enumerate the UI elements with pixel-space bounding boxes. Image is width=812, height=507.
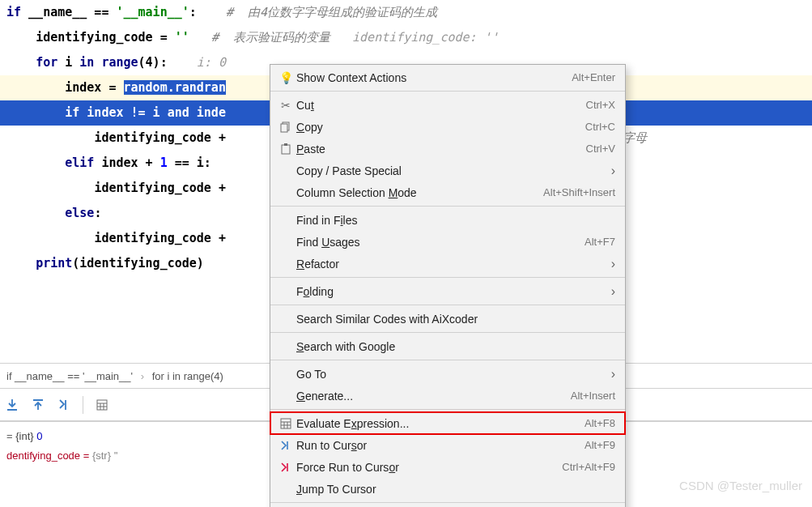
menu-go-to[interactable]: Go To bbox=[270, 363, 625, 385]
bulb-icon: 💡 bbox=[275, 71, 296, 84]
watermark: CSDN @Tester_muller bbox=[679, 479, 802, 492]
menu-folding[interactable]: Folding bbox=[270, 280, 625, 302]
menu-force-run-to-cursor[interactable]: Force Run to Cursor Ctrl+Alt+F9 bbox=[270, 456, 625, 478]
menu-separator bbox=[270, 305, 625, 305]
menu-separator bbox=[270, 409, 625, 410]
svg-rect-7 bbox=[282, 145, 290, 154]
code-line: if __name__ == '__main__': # 由4位数字字母组成的验… bbox=[0, 0, 812, 25]
breadcrumb-item[interactable]: for i in range(4) bbox=[152, 370, 223, 382]
menu-evaluate-expression[interactable]: Evaluate Expression... Alt+F8 bbox=[270, 412, 625, 434]
upload-icon[interactable] bbox=[31, 398, 45, 412]
context-menu: 💡 Show Context Actions Alt+Enter ✂ Cut C… bbox=[270, 64, 626, 507]
force-run-icon bbox=[275, 462, 296, 473]
menu-generate[interactable]: Generate... Alt+Insert bbox=[270, 385, 625, 407]
menu-copy-paste-special[interactable]: Copy / Paste Special bbox=[270, 160, 625, 181]
code-line: identifying_code = '' # 表示验证码的变量 identif… bbox=[0, 25, 812, 50]
download-icon[interactable] bbox=[5, 398, 19, 412]
menu-copy[interactable]: Copy Ctrl+C bbox=[270, 116, 625, 138]
menu-separator bbox=[270, 91, 625, 92]
toolbar-divider bbox=[83, 396, 83, 414]
menu-separator bbox=[270, 502, 625, 503]
paste-icon bbox=[275, 143, 296, 155]
keyword-if: if bbox=[6, 5, 21, 19]
selected-text: random.randran bbox=[124, 80, 226, 95]
menu-separator bbox=[270, 332, 625, 333]
menu-separator bbox=[270, 206, 625, 207]
menu-refactor[interactable]: Refactor bbox=[270, 253, 625, 275]
menu-jump-to-cursor[interactable]: Jump To Cursor bbox=[270, 478, 625, 500]
menu-find-in-files[interactable]: Find in Files bbox=[270, 209, 625, 231]
menu-show-context-actions[interactable]: 💡 Show Context Actions Alt+Enter bbox=[270, 66, 625, 88]
menu-cut[interactable]: ✂ Cut Ctrl+X bbox=[270, 94, 625, 116]
run-to-cursor-icon[interactable] bbox=[57, 398, 71, 412]
copy-icon bbox=[275, 121, 296, 133]
svg-rect-8 bbox=[284, 143, 287, 146]
svg-rect-6 bbox=[281, 124, 287, 132]
menu-separator bbox=[270, 277, 625, 278]
menu-find-usages[interactable]: Find Usages Alt+F7 bbox=[270, 231, 625, 253]
svg-rect-9 bbox=[281, 419, 291, 428]
menu-search-google[interactable]: Search with Google bbox=[270, 335, 625, 357]
breadcrumb-item[interactable]: if __name__ == '__main__' bbox=[6, 370, 133, 382]
menu-run-to-cursor[interactable]: Run to Cursor Alt+F9 bbox=[270, 434, 625, 456]
menu-paste[interactable]: Paste Ctrl+V bbox=[270, 138, 625, 160]
scissors-icon: ✂ bbox=[275, 99, 296, 112]
svg-rect-0 bbox=[97, 400, 107, 410]
menu-search-aixcoder[interactable]: Search Similar Codes with AiXcoder bbox=[270, 308, 625, 330]
breadcrumb-separator: › bbox=[141, 370, 144, 382]
menu-column-selection[interactable]: Column Selection Mode Alt+Shift+Insert bbox=[270, 181, 625, 203]
run-to-cursor-icon bbox=[275, 440, 296, 451]
menu-separator bbox=[270, 360, 625, 360]
calculator-icon bbox=[275, 418, 296, 429]
calculator-icon[interactable] bbox=[95, 398, 109, 412]
